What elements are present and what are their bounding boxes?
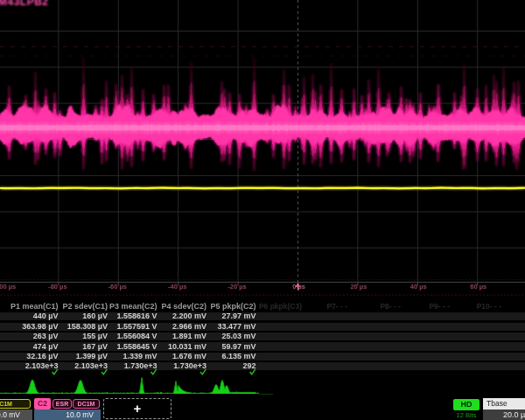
c2-coupling-badge: DC1M	[73, 399, 100, 409]
param-value: 363.98 µV	[22, 322, 58, 331]
param-value: 1.558616 V	[116, 312, 157, 320]
param-header-dim: P9- - -	[429, 302, 450, 311]
time-axis-label: -60 µs	[91, 283, 144, 290]
status-check-icon	[52, 369, 58, 374]
time-axis-label: -80 µs	[32, 283, 84, 290]
param-value: 1.558645 V	[116, 342, 157, 351]
param-value: 440 µV	[33, 312, 59, 320]
param-header: P3 mean(C2)	[109, 302, 158, 311]
c2-esr-badge: ESR	[52, 399, 72, 409]
c2-title-chip: C2	[34, 398, 51, 410]
hd-mode-badge: HD	[453, 399, 480, 410]
param-header: P5 pkpk(C2)	[210, 302, 256, 311]
descriptor-c1[interactable]: DC1M 10.0 mV	[0, 398, 32, 420]
param-value: 158.308 µV	[67, 322, 108, 331]
time-axis-label: 20 µs	[332, 283, 385, 290]
c1-scale: 10.0 mV	[0, 410, 32, 420]
add-trace-button[interactable]: +	[103, 398, 172, 419]
param-header-dim: P8- - -	[380, 302, 401, 311]
param-value: 155 µV	[82, 332, 108, 340]
param-value: 1.891 mV	[172, 332, 206, 340]
param-header: P2 sdev(C1)	[62, 302, 108, 311]
status-check-icon	[151, 369, 157, 374]
param-value: 160 µV	[82, 312, 108, 320]
param-value: 25.03 mV	[221, 332, 256, 340]
status-check-icon	[102, 369, 107, 374]
timebase-title: Tbase	[483, 398, 525, 410]
table-row	[0, 342, 525, 350]
hd-bits-label: 12 Bits	[450, 411, 483, 420]
param-value: 1.339 mV	[122, 352, 157, 360]
c2-scale: 10.0 mV	[34, 410, 101, 420]
param-value: 167 µV	[82, 342, 108, 351]
table-row	[0, 312, 525, 320]
oscilloscope-screen: M43LPB2 -100 µs-80 µs-60 µs-40 µs-20 µs0…	[0, 0, 525, 420]
descriptor-c2[interactable]: C2 ESR DC1M 10.0 mV	[34, 398, 101, 420]
param-value: 1.399 µV	[76, 352, 108, 360]
time-axis-label: 60 µs	[452, 283, 505, 290]
param-header: P1 mean(C1)	[10, 302, 59, 311]
time-axis-label: 0 µs	[273, 283, 326, 290]
status-check-icon	[200, 369, 206, 374]
param-value: 33.477 mV	[217, 322, 256, 331]
c2-trace-spikes	[1, 58, 525, 171]
param-header-dim: P7- - -	[326, 302, 347, 311]
table-row	[0, 332, 525, 340]
param-value: 27.97 mV	[221, 312, 256, 320]
timebase-descriptor[interactable]: Tbase 20.0 µs/div	[483, 398, 525, 420]
param-value: 1.676 mV	[172, 352, 206, 360]
param-value: 10.031 mV	[168, 342, 206, 351]
time-axis-label: 40 µs	[392, 283, 444, 290]
time-axis-label: -40 µs	[151, 283, 204, 290]
param-value: 2.966 mV	[172, 322, 206, 331]
c2-trace-spike-glow	[1, 58, 525, 171]
status-check-row	[0, 368, 525, 378]
param-value: 1.556084 V	[116, 332, 157, 340]
measure-table[interactable]: P1 mean(C1)P2 sdev(C1)P3 mean(C2)P4 sdev…	[0, 301, 525, 378]
param-value: 1.557591 V	[116, 322, 157, 331]
param-value: 263 µV	[33, 332, 59, 340]
param-header: P4 sdev(C2)	[161, 302, 206, 311]
timebase-value: 20.0 µs/div	[483, 410, 525, 420]
param-header-dim: P10- - -	[477, 302, 501, 311]
param-value: 2.200 mV	[172, 312, 206, 320]
time-axis-label: -20 µs	[211, 283, 263, 290]
param-value: 59.97 mV	[221, 342, 256, 351]
param-value: 6.135 mV	[221, 352, 256, 360]
c1-coupling-badge: DC1M	[0, 399, 31, 409]
param-value: 32.16 µV	[26, 352, 58, 360]
trace-annotation-label: M43LPB2	[0, 0, 49, 8]
time-axis-label: -100 µs	[0, 283, 32, 290]
param-header-dim: P6 pkpk(C3)	[259, 302, 302, 311]
c1-trace-core	[0, 188, 525, 189]
param-value: 474 µV	[33, 342, 59, 351]
status-check-icon	[250, 369, 256, 374]
